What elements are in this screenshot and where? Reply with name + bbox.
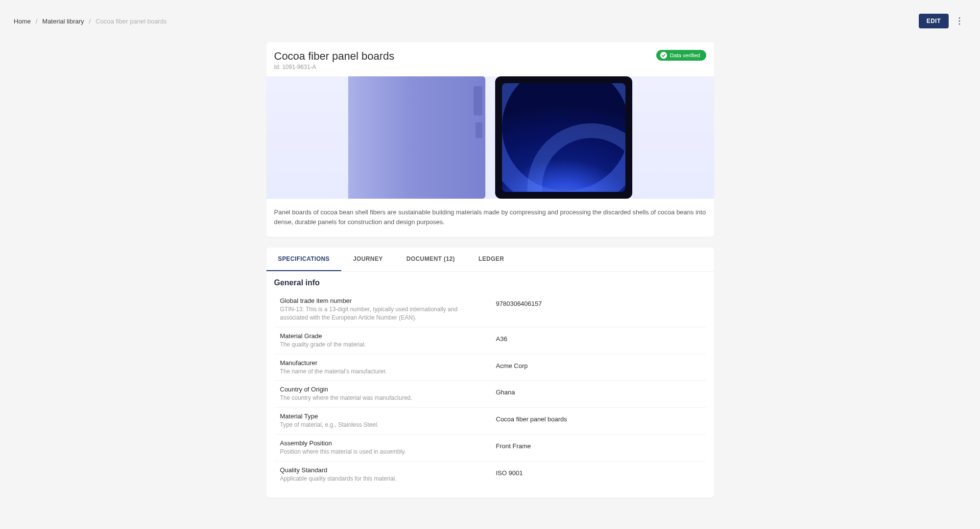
status-badge: Data verified: [656, 50, 706, 61]
spec-row: Assembly Position Position where this ma…: [274, 435, 706, 461]
kebab-icon: [958, 17, 960, 25]
page-title: Cocoa fiber panel boards: [274, 50, 706, 63]
spec-desc: Type of material, e.g., Stainless Steel.: [280, 421, 484, 429]
breadcrumb-home[interactable]: Home: [14, 18, 31, 25]
spec-desc: The country where the material was manuf…: [280, 394, 484, 402]
spec-desc: The quality grade of the material.: [280, 341, 484, 349]
tabs: SPECIFICATIONS JOURNEY DOCUMENT (12) LED…: [266, 248, 714, 272]
spec-value: Front Frame: [496, 439, 700, 456]
material-hero-image: [266, 76, 714, 199]
breadcrumb-current: Cocoa fiber panel boards: [96, 18, 167, 25]
spec-desc: The name of the material's manufacturer.: [280, 368, 484, 376]
spec-value: 9780306406157: [496, 297, 700, 322]
tab-specifications[interactable]: SPECIFICATIONS: [266, 248, 341, 271]
material-id: Id: 1091-9631-A: [274, 64, 706, 70]
spec-label: Assembly Position: [280, 439, 484, 447]
spec-value: A36: [496, 332, 700, 349]
spec-label: Quality Standard: [280, 466, 484, 474]
spec-row: Manufacturer The name of the material's …: [274, 354, 706, 381]
spec-row: Material Grade The quality grade of the …: [274, 327, 706, 354]
breadcrumb-separator: /: [89, 18, 91, 25]
spec-desc: Position where this material is used in …: [280, 448, 484, 456]
spec-value: Ghana: [496, 386, 700, 402]
spec-row: Global trade item number GTIN-13: This i…: [274, 292, 706, 327]
material-description: Panel boards of cocoa bean shell fibers …: [274, 207, 706, 227]
spec-row: Quality Standard Applicable quality stan…: [274, 461, 706, 488]
spec-label: Material Type: [280, 413, 484, 420]
spec-desc: GTIN-13: This is a 13-digit number, typi…: [280, 305, 484, 322]
spec-value: Cocoa fiber panel boards: [496, 413, 700, 429]
section-title: General info: [274, 278, 706, 287]
spec-label: Global trade item number: [280, 297, 484, 304]
material-header-card: Cocoa fiber panel boards Id: 1091-9631-A…: [266, 42, 714, 237]
spec-value: ISO 9001: [496, 466, 700, 483]
spec-row: Country of Origin The country where the …: [274, 381, 706, 408]
breadcrumb: Home / Material library / Cocoa fiber pa…: [14, 18, 167, 25]
status-badge-label: Data verified: [670, 52, 700, 58]
check-circle-icon: [660, 52, 667, 59]
svg-point-1: [959, 21, 960, 22]
spec-label: Material Grade: [280, 332, 484, 340]
tab-ledger[interactable]: LEDGER: [467, 248, 516, 271]
spec-value: Acme Corp: [496, 359, 700, 376]
edit-button[interactable]: EDIT: [919, 14, 949, 28]
breadcrumb-separator: /: [36, 18, 38, 25]
spec-label: Country of Origin: [280, 386, 484, 393]
svg-point-0: [959, 18, 960, 19]
spec-row: Material Type Type of material, e.g., St…: [274, 408, 706, 435]
tab-document[interactable]: DOCUMENT (12): [395, 248, 467, 271]
more-menu-button[interactable]: [953, 14, 966, 28]
spec-label: Manufacturer: [280, 359, 484, 367]
breadcrumb-library[interactable]: Material library: [42, 18, 84, 25]
spec-desc: Applicable quality standards for this ma…: [280, 475, 484, 483]
material-details-card: SPECIFICATIONS JOURNEY DOCUMENT (12) LED…: [266, 248, 714, 497]
tab-journey[interactable]: JOURNEY: [341, 248, 395, 271]
svg-point-2: [959, 23, 960, 25]
